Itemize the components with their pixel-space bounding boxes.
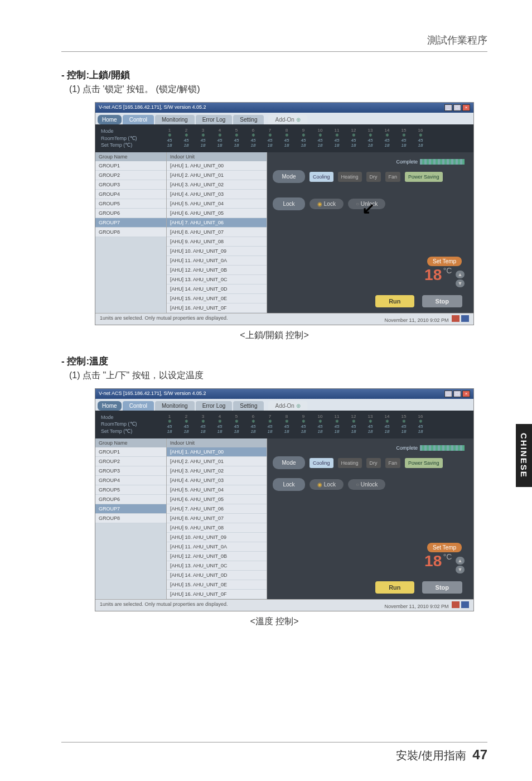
unit-item[interactable]: [AHU] 8. AHU_UNIT_07 xyxy=(167,514,267,523)
group-item[interactable]: GROUP3 xyxy=(95,180,166,190)
band-column: 8❄4518 xyxy=(279,414,294,434)
group-item[interactable]: GROUP7 xyxy=(95,504,166,514)
mode-cooling[interactable]: Cooling xyxy=(309,458,333,468)
unit-item[interactable]: [AHU] 6. AHU_UNIT_05 xyxy=(167,495,267,504)
mode-heating[interactable]: Heating xyxy=(338,458,362,468)
unit-item[interactable]: [AHU] 13. AHU_UNIT_0C xyxy=(167,561,267,571)
unit-item[interactable]: [AHU] 1. AHU_UNIT_00 xyxy=(167,447,267,457)
group-item[interactable]: GROUP4 xyxy=(95,476,166,485)
unit-item[interactable]: [AHU] 5. AHU_UNIT_04 xyxy=(167,485,267,495)
group-item[interactable]: GROUP8 xyxy=(95,228,166,237)
mode-dry[interactable]: Dry xyxy=(366,458,381,468)
tab-addon[interactable]: Add-On xyxy=(268,401,307,411)
mode-power-saving[interactable]: Power Saving xyxy=(405,172,443,182)
mode-power-saving[interactable]: Power Saving xyxy=(405,458,443,468)
unit-item[interactable]: [AHU] 16. AHU_UNIT_0F xyxy=(167,590,267,599)
unit-item[interactable]: [AHU] 7. AHU_UNIT_06 xyxy=(167,218,267,228)
tab-setting[interactable]: Setting xyxy=(233,115,264,124)
group-item[interactable]: GROUP6 xyxy=(95,495,166,504)
unit-item[interactable]: [AHU] 7. AHU_UNIT_06 xyxy=(167,504,267,514)
unit-item[interactable]: [AHU] 3. AHU_UNIT_02 xyxy=(167,180,267,190)
lock-button[interactable]: ◉ Lock xyxy=(309,479,344,490)
stop-button[interactable]: Stop xyxy=(422,295,462,307)
mode-heating[interactable]: Heating xyxy=(338,172,362,182)
lock-button[interactable]: ◉ Lock xyxy=(309,199,344,209)
unit-item[interactable]: [AHU] 11. AHU_UNIT_0A xyxy=(167,542,267,552)
unit-item[interactable]: [AHU] 2. AHU_UNIT_01 xyxy=(167,457,267,466)
section1-step: (1) 点击 '锁定' 按钮。 (锁定/解锁) xyxy=(61,84,487,95)
unlock-button[interactable]: ○ Unlock xyxy=(348,199,385,209)
unit-item[interactable]: [AHU] 14. AHU_UNIT_0D xyxy=(167,571,267,580)
unit-item[interactable]: [AHU] 3. AHU_UNIT_02 xyxy=(167,466,267,476)
tab-errorlog[interactable]: Error Log xyxy=(196,115,233,124)
mode-cooling[interactable]: Cooling xyxy=(309,172,333,182)
temp-down-button[interactable]: ▼ xyxy=(456,279,465,287)
temp-up-button[interactable]: ▲ xyxy=(456,271,465,278)
unit-item[interactable]: [AHU] 15. AHU_UNIT_0E xyxy=(167,294,267,303)
close-button[interactable]: × xyxy=(462,390,470,397)
band-column: 7❄4518 xyxy=(263,128,277,148)
tab-monitoring[interactable]: Monitoring xyxy=(155,401,195,411)
mode-fan[interactable]: Fan xyxy=(385,172,401,182)
run-button[interactable]: Run xyxy=(375,295,414,307)
unlock-button[interactable]: ○ Unlock xyxy=(348,479,385,490)
window-title: V-net ACS [165.186.42.171], S/W version … xyxy=(99,390,206,397)
unit-item[interactable]: [AHU] 12. AHU_UNIT_0B xyxy=(167,266,267,275)
stop-button[interactable]: Stop xyxy=(422,581,462,594)
tab-control[interactable]: Control xyxy=(123,401,154,411)
minimize-button[interactable]: _ xyxy=(444,104,452,111)
maximize-button[interactable]: □ xyxy=(453,104,461,111)
band-column: 2❄4518 xyxy=(179,128,194,148)
unit-item[interactable]: [AHU] 11. AHU_UNIT_0A xyxy=(167,256,267,266)
unit-item[interactable]: [AHU] 1. AHU_UNIT_00 xyxy=(167,161,267,171)
group-item[interactable]: GROUP3 xyxy=(95,466,166,476)
unit-item[interactable]: [AHU] 15. AHU_UNIT_0E xyxy=(167,580,267,590)
group-item[interactable]: GROUP2 xyxy=(95,457,166,466)
tab-errorlog[interactable]: Error Log xyxy=(196,401,233,411)
unit-item[interactable]: [AHU] 9. AHU_UNIT_08 xyxy=(167,237,267,247)
group-item[interactable]: GROUP1 xyxy=(95,161,166,171)
group-item[interactable]: GROUP7 xyxy=(95,218,166,228)
group-item[interactable]: GROUP6 xyxy=(95,209,166,218)
page-header: 測試作業程序 xyxy=(61,33,487,52)
unit-item[interactable]: [AHU] 5. AHU_UNIT_04 xyxy=(167,199,267,209)
unit-item[interactable]: [AHU] 4. AHU_UNIT_03 xyxy=(167,190,267,199)
minimize-button[interactable]: _ xyxy=(444,390,452,397)
unit-item[interactable]: [AHU] 14. AHU_UNIT_0D xyxy=(167,285,267,294)
mode-dry[interactable]: Dry xyxy=(366,172,381,182)
unit-item[interactable]: [AHU] 12. AHU_UNIT_0B xyxy=(167,552,267,561)
group-item[interactable]: GROUP2 xyxy=(95,171,166,180)
close-button[interactable]: × xyxy=(462,104,470,111)
group-item[interactable]: GROUP4 xyxy=(95,190,166,199)
unit-item[interactable]: [AHU] 9. AHU_UNIT_08 xyxy=(167,523,267,533)
window-controls: _ □ × xyxy=(444,104,470,111)
band-column: 9❄4518 xyxy=(296,128,311,148)
status-right: November 11, 2010 9:02 PM xyxy=(384,317,448,323)
tab-home[interactable]: Home xyxy=(98,401,122,411)
tab-control[interactable]: Control xyxy=(123,115,154,124)
temp-up-button[interactable]: ▲ xyxy=(456,557,465,565)
unit-item[interactable]: [AHU] 2. AHU_UNIT_01 xyxy=(167,171,267,180)
unit-item[interactable]: [AHU] 10. AHU_UNIT_09 xyxy=(167,247,267,256)
group-item[interactable]: GROUP1 xyxy=(95,447,166,457)
unit-item[interactable]: [AHU] 4. AHU_UNIT_03 xyxy=(167,476,267,485)
maximize-button[interactable]: □ xyxy=(453,390,461,397)
tab-monitoring[interactable]: Monitoring xyxy=(155,115,195,124)
mode-fan[interactable]: Fan xyxy=(385,458,401,468)
band-column: 14❄4518 xyxy=(380,128,394,148)
settemp-label: Set Temp xyxy=(427,257,462,266)
tab-home[interactable]: Home xyxy=(98,115,122,124)
unit-item[interactable]: [AHU] 13. AHU_UNIT_0C xyxy=(167,275,267,285)
group-item[interactable]: GROUP8 xyxy=(95,514,166,523)
run-button[interactable]: Run xyxy=(375,581,414,594)
temp-down-button[interactable]: ▼ xyxy=(456,566,465,573)
unit-item[interactable]: [AHU] 16. AHU_UNIT_0F xyxy=(167,303,267,313)
group-item[interactable]: GROUP5 xyxy=(95,485,166,495)
group-item[interactable]: GROUP5 xyxy=(95,199,166,209)
tab-setting[interactable]: Setting xyxy=(233,401,264,411)
unit-item[interactable]: [AHU] 8. AHU_UNIT_07 xyxy=(167,228,267,237)
unit-item[interactable]: [AHU] 6. AHU_UNIT_05 xyxy=(167,209,267,218)
tab-addon[interactable]: Add-On xyxy=(268,115,307,124)
unit-item[interactable]: [AHU] 10. AHU_UNIT_09 xyxy=(167,533,267,542)
main-tabs: Home Control Monitoring Error Log Settin… xyxy=(95,113,473,124)
